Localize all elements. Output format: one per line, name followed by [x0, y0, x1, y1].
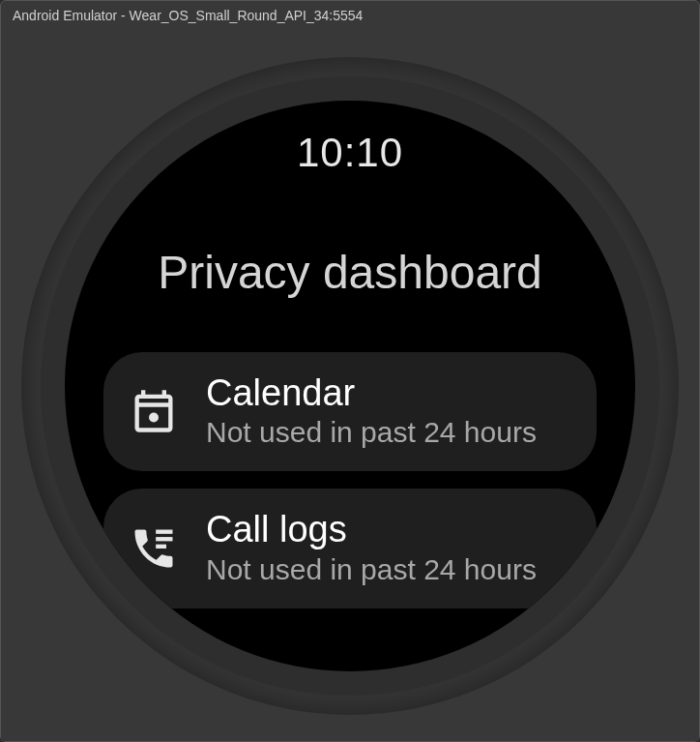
- list-item-text: Calendar Not used in past 24 hours: [206, 373, 569, 451]
- list-item-subtitle: Not used in past 24 hours: [206, 552, 569, 587]
- privacy-list[interactable]: Calendar Not used in past 24 hours: [65, 342, 635, 671]
- watch-face[interactable]: 10:10 Privacy dashboard Calend: [65, 101, 635, 671]
- watch-bezel: 10:10 Privacy dashboard Calend: [41, 76, 659, 696]
- window-title: Android Emulator - Wear_OS_Small_Round_A…: [13, 8, 363, 23]
- list-item-call-logs[interactable]: Call logs Not used in past 24 hours: [103, 489, 597, 608]
- svg-rect-2: [156, 537, 172, 541]
- svg-point-0: [149, 413, 159, 423]
- svg-rect-1: [156, 530, 172, 534]
- list-item-title: Call logs: [206, 510, 569, 550]
- window-titlebar[interactable]: Android Emulator - Wear_OS_Small_Round_A…: [1, 1, 699, 30]
- phone-list-icon: [125, 519, 183, 578]
- emulator-window: Android Emulator - Wear_OS_Small_Round_A…: [0, 0, 700, 742]
- watch-outer-casing: 10:10 Privacy dashboard Calend: [21, 57, 679, 715]
- emulator-stage: 10:10 Privacy dashboard Calend: [1, 30, 699, 741]
- list-item-subtitle: Not used in past 24 hours: [206, 415, 569, 450]
- list-item-title: Calendar: [206, 373, 569, 414]
- calendar-icon: [125, 382, 183, 440]
- list-item-text: Call logs Not used in past 24 hours: [206, 510, 569, 587]
- svg-rect-3: [156, 545, 166, 549]
- status-clock: 10:10: [65, 130, 635, 176]
- list-item-calendar[interactable]: Calendar Not used in past 24 hours: [103, 352, 597, 472]
- page-title: Privacy dashboard: [65, 246, 635, 299]
